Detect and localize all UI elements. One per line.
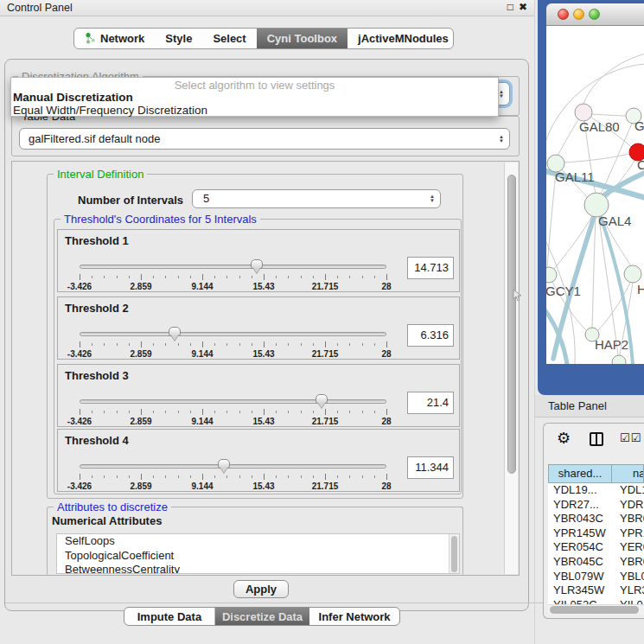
slider-thumb[interactable] [169,327,181,336]
slider-scale: -3.4262.8599.14415.4321.71528 [80,481,386,492]
application-window: Control Panel □ ✖ Network Style Select C… [0,0,644,644]
slider-scale: -3.4262.8599.14415.4321.71528 [80,282,386,292]
threshold-1-slider[interactable]: -3.4262.8599.14415.4321.71528 [80,261,386,292]
slider-track[interactable] [80,265,386,269]
attributes-list-scrollbar[interactable] [449,534,459,573]
slider-track[interactable] [80,332,386,336]
slider-ticks [80,341,386,348]
network-window-titlebar[interactable] [546,3,644,26]
table-data-combobox[interactable]: galFiltered.sif default node ▲▼ [19,128,510,150]
control-panel-titlebar: Control Panel □ ✖ [0,0,535,16]
slider-thumb[interactable] [218,459,230,469]
threshold-1-value-field[interactable]: 14.713 [407,257,454,279]
tab-label: Cyni Toolbox [267,32,337,45]
tab-impute-data[interactable]: Impute Data [124,608,215,625]
column-header-name[interactable]: na [612,464,644,483]
float-window-icon[interactable]: □ [507,1,513,13]
stepper-arrows-icon: ▲▼ [430,194,435,203]
node-label-gcy1: GCY1 [546,284,581,298]
thresholds-group: Threshold's Coordinates for 5 Intervals … [54,219,462,494]
threshold-4-value-field[interactable]: 11.344 [407,456,454,479]
node-gal80[interactable] [575,104,592,121]
scrollbar-thumb[interactable] [451,536,457,572]
node-gcy1[interactable] [546,267,557,283]
apply-button[interactable]: Apply [233,580,289,598]
threshold-2-slider[interactable]: -3.4262.8599.14415.4321.71528 [80,328,386,360]
split-columns-icon[interactable] [590,432,603,446]
network-canvas[interactable]: GAL80 G C GAL11 GAL4 GCY1 H HAP2 [546,26,644,364]
scrollbar-thumb[interactable] [550,606,639,614]
threshold-4-label: Threshold 4 [65,434,129,447]
stepper-arrows-icon: ▲▼ [499,90,504,99]
node-label-h: H [637,282,644,296]
threshold-1-label: Threshold 1 [65,234,129,247]
column-header-shared[interactable]: shared... [548,464,612,483]
slider-scale: -3.4262.8599.14415.4321.71528 [80,417,386,427]
table-row[interactable]: YER054CYER0 [548,540,644,555]
table-row[interactable]: YBR043CYBR0 [548,512,644,526]
panel-split-divider[interactable] [534,0,535,644]
thresholds-group-title: Threshold's Coordinates for 5 Intervals [61,213,260,226]
zoom-traffic-light-icon[interactable] [589,9,600,20]
tab-infer-network[interactable]: Infer Network [309,608,399,625]
top-tabbar: Network Style Select Cyni Toolbox jActiv… [73,28,454,49]
number-of-intervals-label: Number of Intervals [78,194,183,207]
stepper-arrows-icon: ▲▼ [499,135,504,143]
tab-network[interactable]: Network [74,29,155,48]
table-horizontal-scrollbar[interactable] [548,604,644,615]
attributes-group: Attributes to discretize Numerical Attri… [47,507,463,576]
close-icon[interactable]: ✖ [519,1,527,13]
slider-thumb[interactable] [316,394,328,404]
node-h[interactable] [624,265,641,283]
threshold-1-box: Threshold 1 -3.4262.8599.14415.4321.7152… [57,229,460,292]
table-row[interactable]: YPR145WYPR1 [548,526,644,541]
number-of-intervals-spinner[interactable]: 5 ▲▼ [192,189,441,208]
tab-label: Network [100,32,144,45]
algorithm-dropdown-popup: Select algorithm to view settings Manual… [10,77,499,117]
checkbox-icons[interactable]: ☑☑ [620,431,641,444]
slider-track[interactable] [80,464,386,469]
threshold-3-label: Threshold 3 [65,369,129,382]
network-icon [85,32,96,45]
table-row[interactable]: YBR045CYBR0 [548,555,644,570]
table-row[interactable]: YBL079WYBL0 [548,570,644,584]
dropdown-hint: Select algorithm to view settings [11,79,498,92]
table-body: YDL19...YDL1YDR27...YDR2YBR043CYBR0YPR14… [548,483,644,605]
dropdown-option-manual[interactable]: Manual Discretization [13,91,133,104]
scrollbar-thumb[interactable] [507,175,516,474]
list-item[interactable]: TopologicalCoefficient [57,549,459,564]
slider-thumb[interactable] [251,259,263,269]
node-label-hap2: HAP2 [595,337,628,352]
table-row[interactable]: YLR345WYLR3 [548,583,644,598]
interval-definition-title: Interval Definition [54,168,147,181]
settings-vertical-scrollbar[interactable] [504,163,518,574]
list-item[interactable]: BetweennessCentrality [57,563,459,574]
threshold-3-value-field[interactable]: 21.4 [407,392,454,414]
attributes-group-title: Attributes to discretize [54,501,171,513]
list-item[interactable]: SelfLoops [57,534,459,549]
tab-select[interactable]: Select [202,29,256,48]
attributes-list: SelfLoopsTopologicalCoefficientBetweenne… [56,533,460,574]
threshold-2-value-field[interactable]: 6.316 [407,324,454,347]
tab-label: Select [213,32,245,45]
node-partial-bottom[interactable] [612,355,626,364]
close-traffic-light-icon[interactable] [558,9,569,20]
threshold-2-label: Threshold 2 [65,302,129,315]
slider-track[interactable] [80,399,386,404]
interval-definition-group: Interval Definition Number of Intervals … [47,174,463,499]
table-row[interactable]: YDL19...YDL1 [548,483,644,498]
mouse-cursor [513,289,522,302]
threshold-4-slider[interactable]: -3.4262.8599.14415.4321.71528 [80,461,386,492]
minimize-traffic-light-icon[interactable] [573,9,584,20]
threshold-3-slider[interactable]: -3.4262.8599.14415.4321.71528 [80,396,386,427]
tab-style[interactable]: Style [155,29,202,48]
bottom-tabbar: Impute Data Discretize Data Infer Networ… [124,607,400,626]
dropdown-option-equal-width[interactable]: Equal Width/Frequency Discretization [13,104,207,117]
tab-discretize-data[interactable]: Discretize Data [215,608,309,625]
tab-cyni-toolbox[interactable]: Cyni Toolbox [257,29,348,48]
gear-icon[interactable]: ⚙ [557,429,571,448]
tab-jactivemnodules[interactable]: jActiveMNodules [348,29,454,48]
threshold-2-box: Threshold 2 -3.4262.8599.14415.4321.7152… [57,296,460,360]
table-row[interactable]: YDR27...YDR2 [548,498,644,513]
threshold-3-box: Threshold 3 -3.4262.8599.14415.4321.7152… [57,364,460,427]
